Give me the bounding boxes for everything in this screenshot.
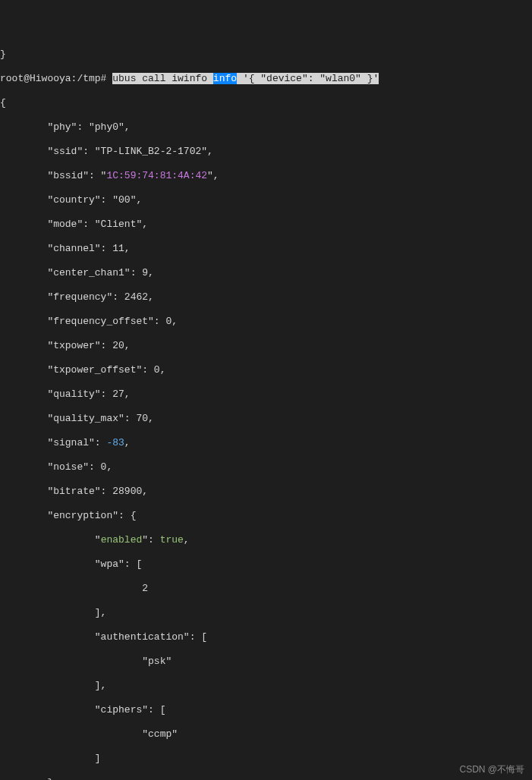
json-txpower: "txpower": 20, <box>0 340 532 352</box>
enabled-value: true <box>160 534 184 546</box>
json-ssid: "ssid": "TP-LINK_B2-2-1702", <box>0 146 532 158</box>
json-auth-val: "psk" <box>0 656 532 668</box>
json-wpa-close: ], <box>0 607 532 619</box>
json-signal: "signal": -83, <box>0 437 532 449</box>
json-ciphers-open: "ciphers": [ <box>0 704 532 716</box>
json-country: "country": "00", <box>0 194 532 206</box>
output-prev-close: } <box>0 49 532 61</box>
json-enabled: "enabled": true, <box>0 534 532 546</box>
json-auth-open: "authentication": [ <box>0 631 532 643</box>
json-bssid: "bssid": "1C:59:74:81:4A:42", <box>0 170 532 182</box>
json-ciphers-close: ] <box>0 753 532 765</box>
json-auth-close: ], <box>0 680 532 692</box>
json-channel: "channel": 11, <box>0 243 532 255</box>
json-txpower-offset: "txpower_offset": 0, <box>0 364 532 376</box>
json-ciphers-val: "ccmp" <box>0 728 532 741</box>
json-frequency: "frequency": 2462, <box>0 291 532 304</box>
json-wpa-val: 2 <box>0 583 532 595</box>
prompt-line[interactable]: root@Hiwooya:/tmp# ubus call iwinfo info… <box>0 73 532 85</box>
json-center-chan1: "center_chan1": 9, <box>0 267 532 279</box>
json-encryption-close: }, <box>0 777 532 780</box>
bssid-value: 1C:59:74:81:4A:42 <box>106 170 207 181</box>
json-phy: "phy": "phy0", <box>0 121 532 134</box>
json-open: { <box>0 97 532 109</box>
json-quality: "quality": 27, <box>0 388 532 401</box>
json-noise: "noise": 0, <box>0 461 532 473</box>
json-wpa-open: "wpa": [ <box>0 558 532 571</box>
json-encryption-open: "encryption": { <box>0 510 532 522</box>
shell-prompt: root@Hiwooya:/tmp# <box>0 73 112 84</box>
json-frequency-offset: "frequency_offset": 0, <box>0 316 532 328</box>
enabled-key: enabled <box>101 534 143 546</box>
cmd-part2: '{ "device": "wlan0" }' <box>237 73 379 84</box>
json-quality-max: "quality_max": 70, <box>0 413 532 425</box>
signal-value: -83 <box>106 437 124 448</box>
cmd-info-highlight: info <box>213 73 237 84</box>
json-bitrate: "bitrate": 28900, <box>0 486 532 498</box>
cmd-part1: ubus call iwinfo <box>112 73 213 84</box>
json-mode: "mode": "Client", <box>0 219 532 231</box>
watermark: CSDN @不悔哥 <box>459 763 524 775</box>
